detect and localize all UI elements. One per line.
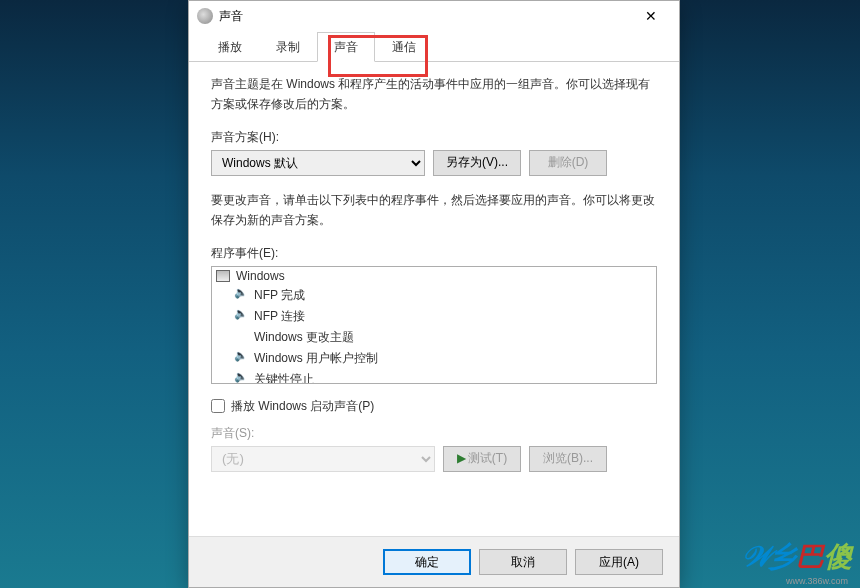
sound-file-dropdown: (无) (211, 446, 435, 472)
speaker-icon (236, 289, 248, 301)
tab-communications[interactable]: 通信 (375, 32, 433, 62)
list-item-label: NFP 连接 (254, 308, 305, 325)
list-item-label: 关键性停止 (254, 371, 314, 384)
test-button: ▶测试(T) (443, 446, 521, 472)
titlebar: 声音 ✕ (189, 1, 679, 31)
list-item[interactable]: Windows 更改主题 (212, 327, 656, 348)
window-title: 声音 (219, 8, 631, 25)
list-item[interactable]: Windows 用户帐户控制 (212, 348, 656, 369)
ok-button[interactable]: 确定 (383, 549, 471, 575)
sound-scheme-dropdown[interactable]: Windows 默认 (211, 150, 425, 176)
speaker-icon (236, 352, 248, 364)
delete-button: 删除(D) (529, 150, 607, 176)
events-intro: 要更改声音，请单击以下列表中的程序事件，然后选择要应用的声音。你可以将更改保存为… (211, 190, 657, 231)
list-item-label: NFP 完成 (254, 287, 305, 304)
close-button[interactable]: ✕ (631, 2, 671, 30)
system-icon (216, 270, 230, 282)
startup-sound-checkbox[interactable] (211, 399, 225, 413)
scheme-label: 声音方案(H): (211, 129, 657, 146)
dialog-footer: 确定 取消 应用(A) (189, 536, 679, 587)
list-item[interactable]: Windows (212, 267, 656, 285)
watermark-logo: 𝒲乡巴傻 (741, 538, 852, 576)
program-events-listbox[interactable]: Windows NFP 完成 NFP 连接 Windows 更改主题 Windo… (211, 266, 657, 384)
tab-playback[interactable]: 播放 (201, 32, 259, 62)
sound-dialog: 声音 ✕ 播放 录制 声音 通信 声音主题是在 Windows 和程序产生的活动… (188, 0, 680, 588)
startup-sound-label: 播放 Windows 启动声音(P) (231, 398, 374, 415)
intro-text: 声音主题是在 Windows 和程序产生的活动事件中应用的一组声音。你可以选择现… (211, 74, 657, 115)
browse-button: 浏览(B)... (529, 446, 607, 472)
list-item[interactable]: 关键性停止 (212, 369, 656, 384)
tab-recording[interactable]: 录制 (259, 32, 317, 62)
sound-label: 声音(S): (211, 425, 657, 442)
list-item-label: Windows 用户帐户控制 (254, 350, 378, 367)
list-item-label: Windows (236, 269, 285, 283)
save-as-button[interactable]: 另存为(V)... (433, 150, 521, 176)
events-label: 程序事件(E): (211, 245, 657, 262)
cancel-button[interactable]: 取消 (479, 549, 567, 575)
apply-button[interactable]: 应用(A) (575, 549, 663, 575)
list-item[interactable]: NFP 完成 (212, 285, 656, 306)
watermark-url: www.386w.com (786, 576, 848, 586)
speaker-icon (236, 373, 248, 384)
tab-content: 声音主题是在 Windows 和程序产生的活动事件中应用的一组声音。你可以选择现… (189, 62, 679, 536)
app-icon (197, 8, 213, 24)
tab-strip: 播放 录制 声音 通信 (189, 31, 679, 62)
play-icon: ▶ (457, 451, 466, 465)
tab-sounds[interactable]: 声音 (317, 32, 375, 62)
list-item[interactable]: NFP 连接 (212, 306, 656, 327)
list-item-label: Windows 更改主题 (254, 329, 354, 346)
speaker-icon (236, 310, 248, 322)
